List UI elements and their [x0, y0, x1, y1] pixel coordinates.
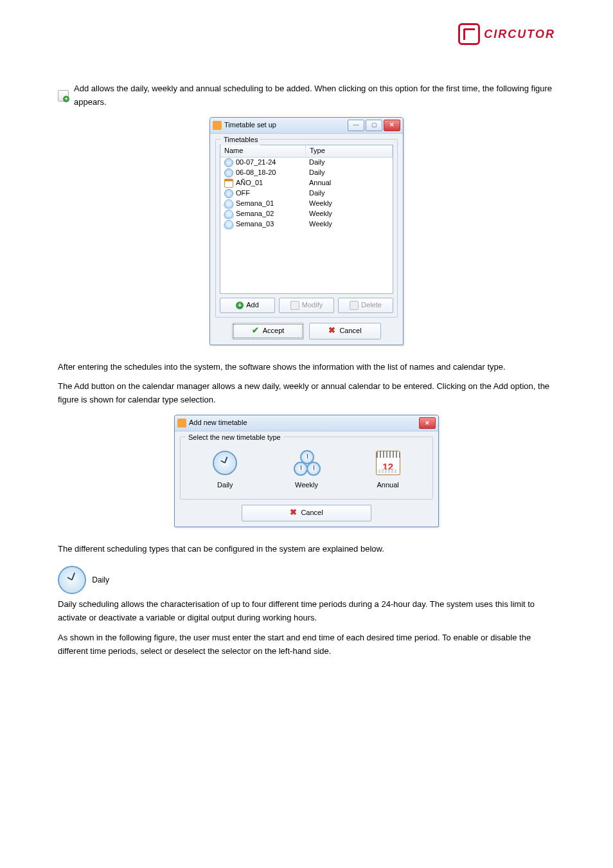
add-button[interactable]: Add	[220, 298, 275, 313]
daily-clock-icon	[213, 451, 237, 475]
timetable-setup-dialog: Timetable set up — ▢ ✕ Timetables Name T…	[209, 117, 404, 345]
close-button[interactable]: ✕	[384, 120, 400, 131]
delete-button[interactable]: Delete	[338, 298, 393, 313]
timetables-group-title: Timetables	[221, 134, 260, 146]
list-item: Semana_01Weekly	[220, 199, 393, 209]
dialog-titlebar: Timetable set up — ▢ ✕	[210, 118, 403, 134]
close-button[interactable]: ✕	[419, 417, 436, 429]
plus-icon	[236, 302, 244, 309]
daily-clock-icon	[58, 566, 86, 594]
intro-text-4: The different scheduling types that can …	[58, 543, 555, 556]
maximize-button[interactable]: ▢	[366, 120, 382, 131]
list-item: 06-08_18-20Daily	[220, 168, 393, 178]
dialog-title: Timetable set up	[224, 120, 276, 131]
timetable-list[interactable]: Name Type 00-07_21-24Daily 06-08_18-20Da…	[220, 145, 393, 294]
intro-text-1: Add allows the daily, weekly and annual …	[74, 82, 555, 109]
daily-desc-1: Daily scheduling allows the characterisa…	[58, 598, 555, 625]
weekly-icon	[224, 220, 233, 229]
weekly-icon	[224, 210, 233, 219]
select-type-group: Select the new timetable type Daily Week…	[180, 437, 433, 500]
delete-icon	[350, 301, 359, 310]
weekly-clocks-icon	[292, 450, 321, 476]
dialog-titlebar: Add new timetable ✕	[175, 415, 438, 431]
dialog-title: Add new timetable	[189, 417, 247, 429]
cancel-button[interactable]: ✖Cancel	[242, 505, 371, 521]
cross-icon: ✖	[290, 506, 297, 520]
intro-text-3: The Add button on the calendar manager a…	[58, 380, 555, 407]
check-icon: ✔	[252, 324, 259, 338]
intro-text-2: After entering the schedules into the sy…	[58, 361, 555, 374]
dialog-title-icon	[177, 419, 186, 428]
brand-name: CIRCUTOR	[484, 28, 555, 41]
select-type-title: Select the new timetable type	[186, 432, 283, 444]
modify-icon	[290, 301, 299, 310]
list-header: Name Type	[220, 145, 393, 158]
list-item: Semana_02Weekly	[220, 209, 393, 219]
list-item: Semana_03Weekly	[220, 219, 393, 230]
calendar-icon	[224, 179, 233, 188]
list-item: 00-07_21-24Daily	[220, 158, 393, 168]
col-type[interactable]: Type	[306, 145, 393, 157]
add-timetable-icon	[58, 90, 69, 102]
section-daily-heading: Daily	[58, 566, 555, 594]
annual-calendar-icon: 12	[376, 451, 400, 475]
brand-logo: CIRCUTOR	[458, 23, 555, 45]
cancel-button[interactable]: ✖Cancel	[309, 323, 381, 339]
clock-icon	[224, 189, 233, 198]
type-option-weekly[interactable]: Weekly	[292, 449, 321, 491]
clock-icon	[224, 158, 233, 167]
clock-icon	[224, 168, 233, 177]
cross-icon: ✖	[328, 324, 335, 338]
list-item: OFFDaily	[220, 188, 393, 199]
list-item: AÑO_01Annual	[220, 178, 393, 188]
weekly-icon	[224, 199, 233, 208]
timetables-group: Timetables Name Type 00-07_21-24Daily 06…	[215, 139, 398, 318]
minimize-button[interactable]: —	[348, 120, 364, 131]
type-option-daily[interactable]: Daily	[211, 449, 239, 491]
dialog-title-icon	[213, 121, 222, 130]
col-name[interactable]: Name	[220, 145, 306, 157]
daily-desc-2: As shown in the following figure, the us…	[58, 631, 555, 658]
accept-button[interactable]: ✔Accept	[232, 323, 304, 339]
modify-button[interactable]: Modify	[279, 298, 334, 313]
logo-mark-icon	[458, 23, 480, 45]
type-option-annual[interactable]: 12 Annual	[374, 449, 402, 491]
add-timetable-dialog: Add new timetable ✕ Select the new timet…	[174, 415, 439, 527]
